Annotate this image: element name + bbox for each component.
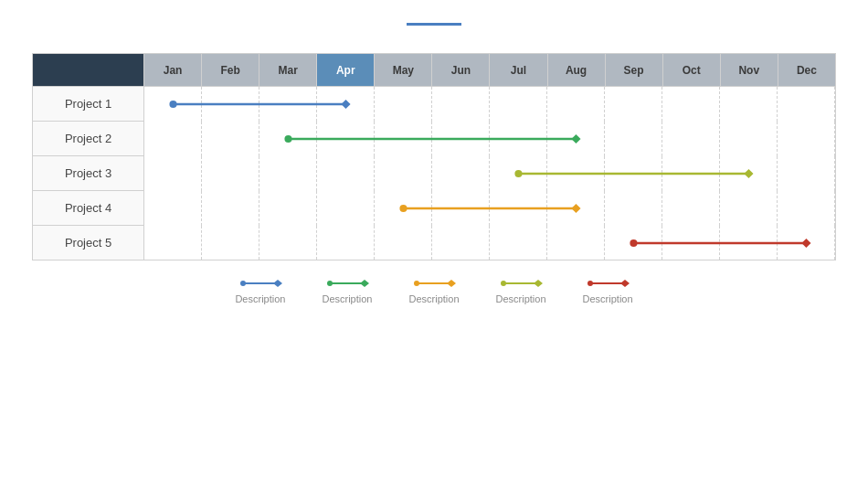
month-header-nov: Nov (720, 54, 778, 87)
legend-label: Description (322, 293, 372, 304)
svg-point-13 (630, 239, 637, 247)
svg-point-4 (284, 135, 291, 143)
svg-marker-14 (801, 239, 810, 248)
legend-icon (238, 277, 283, 290)
month-header-jan: Jan (144, 54, 202, 87)
page-container: JanFebMarAprMayJunJulAugSepOctNovDec Pro… (0, 0, 868, 489)
svg-marker-26 (534, 280, 543, 287)
gantt-header-row: JanFebMarAprMayJunJulAugSepOctNovDec (33, 54, 836, 87)
bar-svg (144, 156, 835, 191)
gantt-row: Project 2 (33, 122, 836, 156)
project-column-header (33, 54, 144, 87)
legend-item: Description (408, 277, 459, 304)
bar-svg (144, 122, 835, 156)
bar-cell (144, 226, 836, 260)
svg-marker-11 (571, 204, 580, 213)
bar-svg (144, 87, 835, 122)
bar-cell (144, 191, 836, 226)
bar-svg (144, 191, 835, 226)
legend: DescriptionDescriptionDescriptionDescrip… (235, 277, 632, 304)
legend-item: Description (322, 277, 372, 304)
legend-item: Description (235, 277, 285, 304)
legend-item: Description (583, 277, 633, 304)
legend-label: Description (496, 293, 546, 304)
project-name-cell: Project 3 (33, 156, 144, 191)
month-header-jun: Jun (432, 54, 490, 87)
month-header-mar: Mar (259, 54, 317, 87)
svg-marker-29 (620, 280, 630, 287)
project-name-cell: Project 2 (33, 122, 144, 156)
gantt-row: Project 3 (33, 156, 836, 191)
bar-cell (144, 122, 836, 156)
title-underline (407, 23, 461, 26)
gantt-table: JanFebMarAprMayJunJulAugSepOctNovDec Pro… (32, 53, 836, 260)
bar-cell (144, 156, 836, 191)
legend-icon (324, 277, 370, 290)
svg-point-25 (501, 281, 506, 286)
month-header-jul: Jul (490, 54, 547, 87)
legend-icon (585, 277, 630, 290)
month-header-oct: Oct (662, 54, 720, 87)
month-header-may: May (375, 54, 432, 87)
month-header-dec: Dec (778, 54, 835, 87)
svg-point-7 (514, 170, 522, 177)
legend-icon (498, 277, 544, 290)
legend-item: Description (496, 277, 546, 304)
svg-marker-8 (744, 169, 753, 178)
svg-marker-5 (571, 134, 580, 144)
svg-marker-17 (273, 280, 282, 287)
svg-point-19 (327, 281, 333, 286)
project-name-cell: Project 4 (33, 191, 144, 226)
month-header-sep: Sep (605, 54, 662, 87)
month-header-feb: Feb (202, 54, 259, 87)
gantt-row: Project 1 (33, 87, 836, 122)
gantt-row: Project 5 (33, 226, 836, 260)
svg-marker-2 (341, 100, 350, 109)
legend-label: Description (235, 293, 285, 304)
month-header-aug: Aug (547, 54, 605, 87)
svg-point-22 (414, 281, 419, 286)
svg-point-16 (240, 281, 246, 286)
legend-label: Description (583, 293, 633, 304)
svg-marker-20 (360, 280, 369, 287)
month-header-apr: Apr (317, 54, 375, 87)
svg-point-10 (399, 205, 407, 212)
legend-icon (411, 277, 457, 290)
project-name-cell: Project 1 (33, 87, 144, 122)
bar-svg (144, 226, 835, 260)
svg-marker-23 (447, 280, 456, 287)
svg-point-28 (587, 281, 593, 286)
gantt-row: Project 4 (33, 191, 836, 226)
bar-cell (144, 87, 836, 122)
svg-point-1 (170, 101, 177, 108)
legend-label: Description (408, 293, 459, 304)
project-name-cell: Project 5 (33, 226, 144, 260)
gantt-wrapper: JanFebMarAprMayJunJulAugSepOctNovDec Pro… (32, 53, 836, 260)
